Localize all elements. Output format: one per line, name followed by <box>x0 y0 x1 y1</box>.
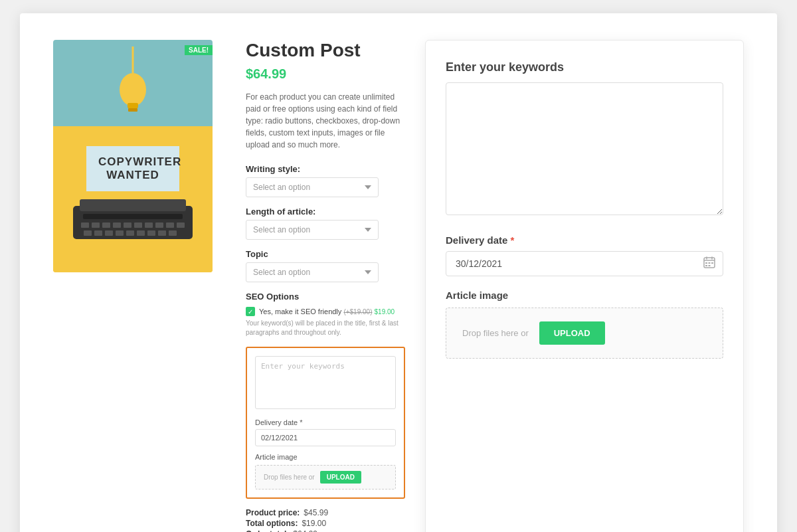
svg-rect-18 <box>94 230 102 236</box>
svg-rect-23 <box>147 230 155 236</box>
article-image-label-small: Article image <box>255 453 396 461</box>
writing-style-label: Writing style: <box>246 164 405 174</box>
delivery-label-small: Delivery date * <box>255 418 396 426</box>
svg-rect-24 <box>158 230 166 236</box>
writing-style-group: Writing style: Select an option <box>246 164 405 197</box>
svg-rect-9 <box>102 222 110 228</box>
svg-point-1 <box>120 73 146 106</box>
copywriter-sign: COPYWRITERWANTED <box>86 146 179 192</box>
sale-badge: SALE! <box>185 45 213 55</box>
delivery-section: Delivery date * <box>446 234 723 276</box>
article-image-section: Article image Drop files here or UPLOAD <box>446 290 723 359</box>
dropzone-large: Drop files here or UPLOAD <box>446 308 723 359</box>
drop-text-small: Drop files here or <box>264 474 315 481</box>
svg-rect-20 <box>116 230 124 236</box>
product-description: For each product you can create unlimite… <box>246 91 405 151</box>
svg-rect-3 <box>128 108 137 112</box>
calendar-icon <box>703 256 715 271</box>
svg-rect-14 <box>155 222 163 228</box>
seo-helper-text: Your keyword(s) will be placed in the ti… <box>246 319 405 337</box>
total-options-value: $19.00 <box>302 519 326 528</box>
svg-rect-5 <box>80 199 186 211</box>
svg-rect-22 <box>137 230 145 236</box>
article-image-title: Article image <box>446 290 723 301</box>
order-total-value: $64.99 <box>293 529 317 532</box>
keywords-textarea-large[interactable] <box>446 82 723 215</box>
svg-rect-8 <box>92 222 100 228</box>
keywords-textarea-small[interactable] <box>255 356 396 409</box>
svg-rect-7 <box>81 222 89 228</box>
svg-rect-13 <box>145 222 153 228</box>
product-form-column: Custom Post $64.99 For each product you … <box>246 40 405 532</box>
upload-btn-large[interactable]: UPLOAD <box>539 321 605 345</box>
svg-rect-21 <box>126 230 134 236</box>
seo-checkbox-label: Yes, make it SEO friendly (+$19.00) $19.… <box>259 308 395 315</box>
product-title: Custom Post <box>246 40 405 61</box>
product-price-row: Product price: $45.99 <box>246 508 405 517</box>
svg-rect-30 <box>705 262 707 264</box>
delivery-input-small[interactable] <box>255 429 396 446</box>
topic-select[interactable]: Select an option <box>246 262 379 282</box>
svg-rect-10 <box>113 222 121 228</box>
length-label: Length of article: <box>246 207 405 217</box>
svg-rect-2 <box>128 103 138 108</box>
svg-rect-31 <box>709 262 711 264</box>
seo-label: SEO Options <box>246 292 405 302</box>
seo-checkbox[interactable] <box>246 307 255 316</box>
product-price-value: $45.99 <box>304 508 328 517</box>
upload-btn-small[interactable]: UPLOAD <box>320 471 361 484</box>
svg-rect-33 <box>705 265 707 266</box>
svg-rect-32 <box>711 262 713 264</box>
length-select[interactable]: Select an option <box>246 220 379 240</box>
writing-style-select[interactable]: Select an option <box>246 177 379 197</box>
right-panel-keywords-title: Enter your keywords <box>446 60 723 74</box>
product-image: SALE! COPYWRITERWANTED <box>53 40 213 272</box>
right-panel: Enter your keywords Delivery date * <box>425 40 744 532</box>
order-total-row: Order total: $64.99 <box>246 529 405 532</box>
required-star: * <box>510 234 514 246</box>
delivery-date-input[interactable] <box>446 251 723 276</box>
svg-rect-6 <box>83 214 183 219</box>
svg-rect-17 <box>84 230 92 236</box>
delivery-input-wrapper <box>446 251 723 276</box>
length-group: Length of article: Select an option <box>246 207 405 240</box>
dropzone-small: Drop files here or UPLOAD <box>255 465 396 489</box>
svg-rect-12 <box>134 222 142 228</box>
product-price-label: Product price: <box>246 508 300 517</box>
topic-group: Topic Select an option <box>246 249 405 282</box>
svg-rect-11 <box>124 222 132 228</box>
drop-text-large: Drop files here or <box>462 328 529 338</box>
svg-rect-19 <box>105 230 113 236</box>
total-options-row: Total options: $19.00 <box>246 519 405 528</box>
topic-label: Topic <box>246 249 405 259</box>
preview-box: Delivery date * Article image Drop files… <box>246 347 405 499</box>
delivery-label-large: Delivery date * <box>446 234 723 246</box>
svg-rect-34 <box>709 265 711 266</box>
svg-rect-25 <box>169 230 177 236</box>
product-price: $64.99 <box>246 66 405 82</box>
typewriter-svg <box>73 199 193 239</box>
svg-rect-15 <box>166 222 174 228</box>
price-summary: Product price: $45.99 Total options: $19… <box>246 508 405 532</box>
order-total-label: Order total: <box>246 529 289 532</box>
product-image-column: SALE! COPYWRITERWANTED <box>53 40 226 532</box>
total-options-label: Total options: <box>246 519 298 528</box>
bulb-illustration <box>113 46 153 126</box>
svg-rect-16 <box>177 222 185 228</box>
seo-group: SEO Options Yes, make it SEO friendly (+… <box>246 292 405 337</box>
seo-checkbox-row[interactable]: Yes, make it SEO friendly (+$19.00) $19.… <box>246 307 405 316</box>
